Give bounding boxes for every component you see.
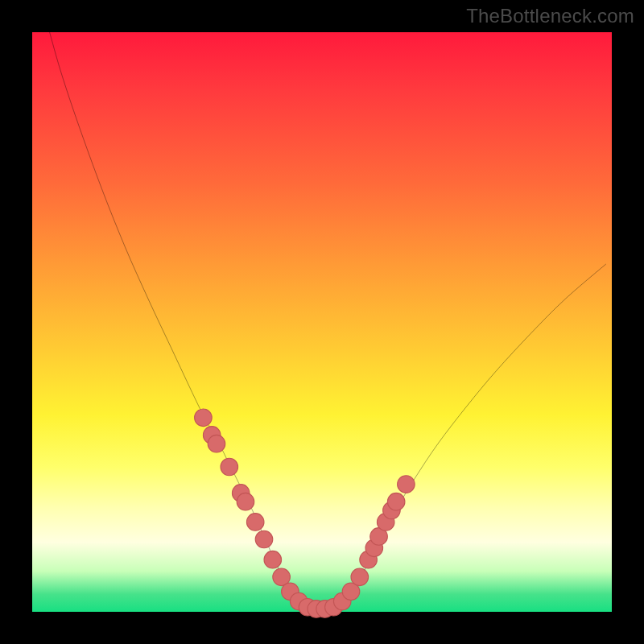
marker-group <box>195 409 415 617</box>
curve-marker <box>221 458 238 476</box>
curve-marker <box>264 551 282 568</box>
watermark-text: TheBottleneck.com <box>466 5 634 27</box>
bottleneck-curve <box>50 32 606 609</box>
chart-frame: TheBottleneck.com <box>0 0 644 644</box>
curve-marker <box>398 476 415 493</box>
curve-marker <box>246 514 264 531</box>
curve-marker <box>387 493 405 510</box>
curve-marker <box>237 493 254 510</box>
curve-marker <box>208 435 225 452</box>
plot-area <box>32 32 612 612</box>
curve-marker <box>255 530 273 548</box>
curve-marker <box>351 568 369 586</box>
curve-marker <box>195 409 213 427</box>
curve-layer <box>32 32 612 612</box>
